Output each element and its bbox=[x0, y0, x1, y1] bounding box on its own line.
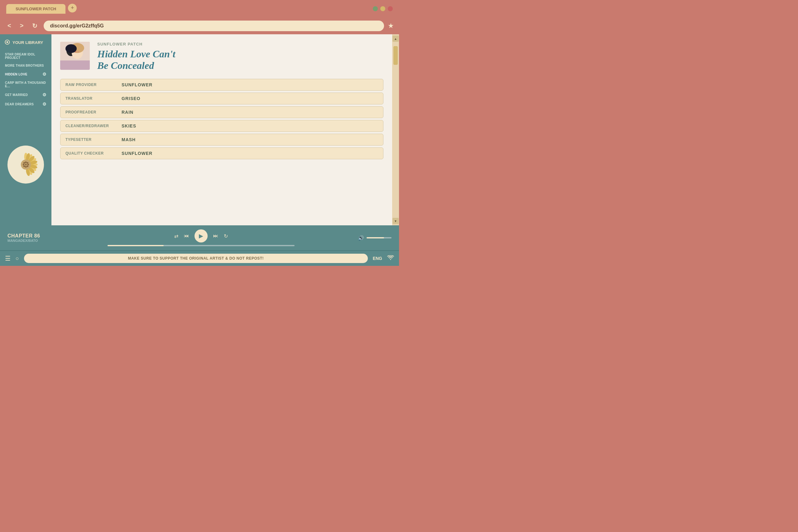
language-selector[interactable]: ENG bbox=[373, 256, 382, 261]
control-buttons: ⇄ ⏮ ▶ ⏭ ↻ bbox=[174, 229, 228, 243]
repeat-button[interactable]: ↻ bbox=[224, 233, 228, 239]
chapter-title: CHAPTER 86 bbox=[7, 233, 57, 239]
volume-icon: 🔊 bbox=[358, 235, 364, 241]
credit-label-qc: QUALITY CHECKER bbox=[65, 151, 121, 155]
sidebar-header: ⦿ YOUR LIBRARY bbox=[0, 39, 52, 51]
prev-button[interactable]: ⏮ bbox=[184, 233, 189, 239]
player-bar: CHAPTER 86 MANGADEX/BATO ⇄ ⏮ ▶ ⏭ ↻ 🔊 bbox=[0, 225, 399, 250]
reload-button[interactable]: ↻ bbox=[30, 21, 40, 31]
forward-button[interactable]: > bbox=[17, 21, 26, 31]
progress-bar[interactable] bbox=[108, 245, 294, 246]
sidebar: ⦿ YOUR LIBRARY STAR DREAM IDOL PROJECT M… bbox=[0, 34, 52, 225]
manga-header: SUNFLOWER PATCH Hidden Love Can't Be Con… bbox=[60, 42, 383, 71]
chapter-source: MANGADEX/BATO bbox=[7, 239, 57, 243]
credit-row-qc: QUALITY CHECKER SUNFLOWER bbox=[60, 147, 383, 159]
sidebar-items: STAR DREAM IDOL PROJECT MORE THAN BROTHE… bbox=[0, 51, 52, 109]
svg-point-18 bbox=[27, 164, 29, 165]
minimize-button[interactable] bbox=[373, 6, 378, 11]
sidebar-item-carp[interactable]: CARP WITH A THOUSAND E... bbox=[3, 79, 48, 90]
sidebar-item-label: MORE THAN BROTHERS bbox=[5, 64, 44, 67]
maximize-button[interactable] bbox=[380, 6, 385, 11]
sidebar-item-dear-dreamers[interactable]: DEAR DREAMERS ⚙ bbox=[3, 100, 48, 109]
manga-cover-image bbox=[60, 42, 90, 70]
svg-point-19 bbox=[23, 165, 25, 167]
sidebar-item-get-married[interactable]: GET MARRIED ⚙ bbox=[3, 90, 48, 99]
group-name: SUNFLOWER PATCH bbox=[97, 42, 383, 46]
new-tab-button[interactable]: + bbox=[68, 4, 77, 13]
sidebar-item-label: CARP WITH A THOUSAND E... bbox=[5, 81, 46, 88]
scroll-track[interactable] bbox=[393, 43, 398, 216]
url-input[interactable] bbox=[44, 21, 384, 31]
main-layout: ⦿ YOUR LIBRARY STAR DREAM IDOL PROJECT M… bbox=[0, 34, 399, 225]
scroll-thumb[interactable] bbox=[393, 46, 398, 65]
credit-value-translator: GRISEO bbox=[121, 96, 140, 101]
svg-point-16 bbox=[23, 164, 24, 165]
sidebar-item-more-than-brothers[interactable]: MORE THAN BROTHERS bbox=[3, 62, 48, 69]
heart-icon-3: ⚙ bbox=[42, 101, 46, 107]
status-bar: ☰ ○ MAKE SURE TO SUPPORT THE ORIGINAL AR… bbox=[0, 250, 399, 266]
sidebar-item-label: DEAR DREAMERS bbox=[5, 102, 34, 106]
status-notice: MAKE SURE TO SUPPORT THE ORIGINAL ARTIST… bbox=[24, 254, 368, 263]
credit-label-typesetter: TYPESETTER bbox=[65, 137, 121, 142]
sidebar-item-label: STAR DREAM IDOL PROJECT bbox=[5, 53, 46, 59]
svg-rect-25 bbox=[60, 60, 90, 70]
credit-label-proofreader: PROOFREADER bbox=[65, 110, 121, 114]
svg-point-15 bbox=[26, 162, 28, 163]
sidebar-item-label: HIDDEN LOVE bbox=[5, 73, 27, 76]
credits-table: RAW PROVIDER SUNFLOWER TRANSLATOR GRISEO… bbox=[60, 79, 383, 159]
progress-fill bbox=[108, 245, 164, 246]
player-controls: ⇄ ⏮ ▶ ⏭ ↻ bbox=[62, 229, 340, 246]
bookmark-button[interactable]: ★ bbox=[388, 22, 394, 30]
active-tab[interactable]: SUNFLOWER PATCH bbox=[6, 4, 65, 14]
volume-area: 🔊 bbox=[345, 235, 392, 241]
back-button[interactable]: < bbox=[5, 21, 14, 31]
heart-icon: ⚙ bbox=[42, 72, 46, 77]
svg-point-29 bbox=[75, 51, 76, 52]
hamburger-menu-button[interactable]: ☰ bbox=[5, 254, 11, 262]
credit-label-cleaner: CLEANER/REDRAWER bbox=[65, 124, 121, 128]
sidebar-item-label: GET MARRIED bbox=[5, 93, 28, 97]
credit-row-cleaner: CLEANER/REDRAWER SKIES bbox=[60, 120, 383, 132]
nav-bar: < > ↻ ★ bbox=[0, 17, 399, 34]
close-button[interactable] bbox=[388, 6, 393, 11]
next-button[interactable]: ⏭ bbox=[213, 233, 218, 239]
svg-point-21 bbox=[26, 165, 28, 167]
credit-label-raw: RAW PROVIDER bbox=[65, 82, 121, 87]
sidebar-item-star-dream[interactable]: STAR DREAM IDOL PROJECT bbox=[3, 51, 48, 61]
svg-point-20 bbox=[25, 166, 26, 167]
tab-area: SUNFLOWER PATCH + bbox=[6, 4, 373, 14]
svg-point-13 bbox=[23, 162, 25, 163]
manga-title: Hidden Love Can't Be Concealed bbox=[97, 48, 383, 71]
volume-fill bbox=[366, 237, 384, 239]
credit-row-translator: TRANSLATOR GRISEO bbox=[60, 93, 383, 104]
credit-value-qc: SUNFLOWER bbox=[121, 151, 152, 156]
tab-label: SUNFLOWER PATCH bbox=[16, 6, 56, 11]
search-button[interactable]: ○ bbox=[16, 255, 19, 262]
sidebar-item-hidden-love[interactable]: HIDDEN LOVE ⚙ bbox=[3, 70, 48, 78]
svg-point-28 bbox=[65, 44, 77, 53]
sidebar-flower-area bbox=[0, 109, 52, 220]
sidebar-title: YOUR LIBRARY bbox=[13, 40, 43, 45]
scroll-down-button[interactable]: ▼ bbox=[393, 218, 399, 224]
player-chapter-info: CHAPTER 86 MANGADEX/BATO bbox=[7, 233, 57, 243]
heart-icon-2: ⚙ bbox=[42, 92, 46, 97]
shuffle-button[interactable]: ⇄ bbox=[174, 233, 178, 239]
credit-value-proofreader: RAIN bbox=[121, 110, 133, 115]
scroll-up-button[interactable]: ▲ bbox=[393, 36, 399, 42]
svg-point-17 bbox=[25, 164, 26, 165]
title-bar: SUNFLOWER PATCH + bbox=[0, 0, 399, 17]
manga-info: SUNFLOWER PATCH Hidden Love Can't Be Con… bbox=[97, 42, 383, 71]
play-button[interactable]: ▶ bbox=[194, 229, 208, 243]
credit-row-typesetter: TYPESETTER MASH bbox=[60, 134, 383, 146]
volume-bar[interactable] bbox=[366, 237, 392, 239]
wifi-icon bbox=[387, 255, 394, 262]
svg-point-14 bbox=[25, 162, 26, 163]
credit-value-typesetter: MASH bbox=[121, 137, 136, 142]
credit-value-raw: SUNFLOWER bbox=[121, 82, 152, 87]
flower-decoration bbox=[6, 144, 45, 185]
library-icon: ⦿ bbox=[4, 39, 10, 46]
svg-point-30 bbox=[78, 52, 79, 52]
scrollbar: ▲ ▼ bbox=[392, 34, 399, 225]
credit-value-cleaner: SKIES bbox=[121, 124, 136, 128]
credit-row-raw: RAW PROVIDER SUNFLOWER bbox=[60, 79, 383, 91]
